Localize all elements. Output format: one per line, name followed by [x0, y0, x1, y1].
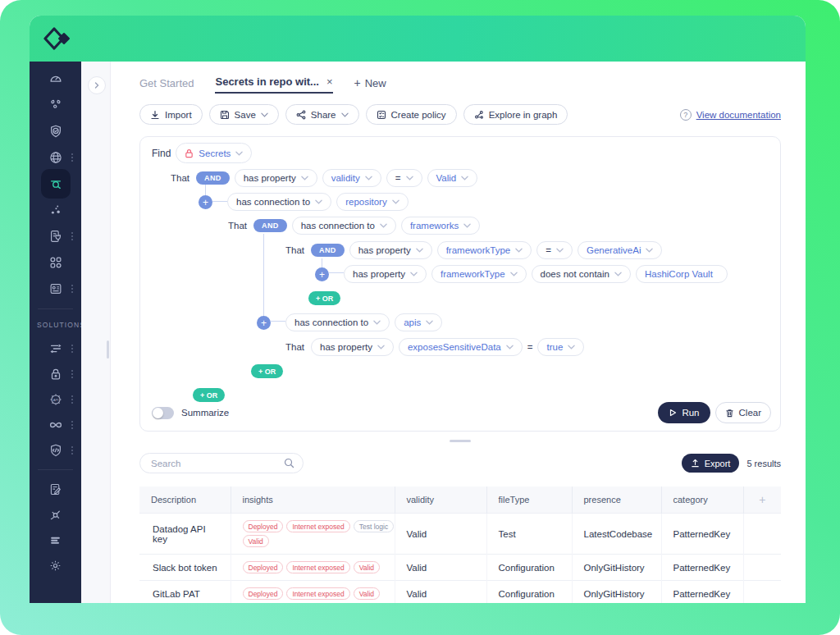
operator-select[interactable]: has connection to [285, 313, 390, 331]
sidebar-item-cicd[interactable] [30, 412, 81, 437]
expand-panel-button[interactable] [88, 76, 106, 94]
query-footer: Summarize Run Clear [152, 402, 771, 423]
value-input[interactable]: HashiCorp Vault [636, 265, 728, 283]
sidebar-item-inventory[interactable] [30, 92, 81, 118]
app-window: SOLUTIONS API [30, 16, 806, 603]
operator-select[interactable]: has property [344, 265, 427, 283]
col-presence[interactable]: presence [572, 487, 661, 514]
add-condition-button[interactable]: + [199, 195, 212, 209]
upload-icon [691, 459, 700, 468]
run-button[interactable]: Run [658, 402, 710, 423]
sidebar-item-risk[interactable] [30, 118, 81, 144]
comparator-select[interactable]: does not contain [532, 265, 631, 283]
cell-insights: Deployed Internet exposed Valid [231, 581, 395, 604]
property-select[interactable]: frameworkType [431, 265, 527, 283]
col-fileType[interactable]: fileType [486, 487, 572, 514]
target-select[interactable]: frameworks [401, 217, 480, 235]
sidebar-item-secrets[interactable] [30, 361, 81, 386]
and-operator-pill[interactable]: AND [311, 244, 345, 257]
search-input[interactable] [139, 453, 304, 473]
sidebar-item-connections[interactable] [30, 197, 81, 223]
table-row[interactable]: GitLab PAT Deployed Internet exposed Val… [139, 581, 781, 604]
main-content: Get Started Secrets in repo wit... × + N… [111, 62, 806, 603]
save-button[interactable]: Save [209, 104, 279, 125]
item-menu-dots[interactable] [71, 153, 73, 162]
operator-select[interactable]: has property [349, 241, 432, 259]
property-select[interactable]: exposesSensitiveData [399, 338, 523, 356]
operator-select[interactable]: has property [235, 169, 317, 187]
tab-active-query[interactable]: Secrets in repo wit... × [215, 72, 332, 94]
value-select[interactable]: Valid [427, 169, 478, 187]
sidebar-item-dashboard[interactable] [30, 66, 81, 92]
close-tab-icon[interactable]: × [326, 75, 333, 88]
clear-button[interactable]: Clear [715, 402, 771, 423]
list-lines-icon [48, 533, 62, 547]
item-menu-dots[interactable] [71, 395, 73, 404]
rail-scrollbar-thumb[interactable] [107, 340, 109, 359]
view-documentation-link[interactable]: ? View documentation [680, 109, 781, 121]
tab-new[interactable]: + New [354, 72, 386, 94]
col-description[interactable]: Description [139, 487, 231, 514]
docs-link-text[interactable]: View documentation [696, 110, 781, 120]
value-select[interactable]: GenerativeAi [578, 241, 662, 259]
property-select[interactable]: frameworkType [437, 241, 532, 259]
sidebar-item-explorer-active[interactable] [30, 171, 81, 197]
sidebar-item-supply-chain[interactable] [30, 336, 81, 361]
sidebar-item-integrations[interactable] [30, 502, 81, 528]
pipeline-icon [48, 341, 63, 356]
share-button[interactable]: Share [285, 104, 359, 125]
operator-select[interactable]: has property [311, 338, 394, 356]
card-icon [48, 281, 63, 296]
add-or-button[interactable]: + OR [308, 291, 340, 305]
property-select[interactable]: validity [322, 169, 381, 187]
table-row[interactable]: Datadog API key Deployed Internet expose… [139, 514, 781, 555]
operator-select[interactable]: has connection to [292, 217, 396, 235]
chevron-down-icon [315, 199, 322, 204]
col-validity[interactable]: validity [395, 487, 486, 514]
comparator-select[interactable]: = [536, 241, 573, 259]
sidebar-item-policies[interactable] [30, 223, 81, 249]
summarize-toggle[interactable] [152, 407, 174, 419]
insight-badge: Internet exposed [286, 520, 349, 532]
entity-select[interactable]: Secrets [176, 143, 252, 163]
add-or-button[interactable]: + OR [251, 364, 283, 378]
sidebar-item-logs[interactable] [30, 528, 81, 553]
import-button[interactable]: Import [139, 104, 203, 125]
item-menu-dots[interactable] [71, 370, 73, 378]
item-menu-dots[interactable] [71, 345, 73, 353]
export-button[interactable]: Export [682, 454, 740, 473]
sidebar-item-api-security[interactable]: API [30, 386, 81, 412]
item-menu-dots[interactable] [71, 421, 73, 429]
item-menu-dots[interactable] [71, 446, 73, 455]
cell-fileType: Configuration [486, 555, 572, 581]
add-condition-button[interactable]: + [315, 267, 329, 281]
sidebar-item-components[interactable] [30, 249, 81, 276]
chevron-down-icon [301, 176, 308, 180]
add-or-button[interactable]: + OR [193, 388, 225, 402]
value-select[interactable]: true [537, 338, 584, 356]
dashboard-icon [48, 71, 63, 86]
tab-get-started[interactable]: Get Started [139, 72, 194, 94]
comparator-select[interactable]: = [386, 169, 422, 187]
operator-select[interactable]: has connection to [227, 193, 331, 211]
sidebar-item-workflows[interactable] [30, 477, 81, 502]
sidebar-item-internet[interactable] [30, 144, 81, 171]
create-policy-button[interactable]: Create policy [366, 104, 457, 125]
and-operator-pill[interactable]: AND [196, 171, 230, 185]
table-row[interactable]: Slack bot token Deployed Internet expose… [139, 555, 781, 581]
explore-in-graph-button[interactable]: Explore in graph [463, 104, 568, 125]
target-select[interactable]: apis [395, 313, 442, 331]
and-operator-pill[interactable]: AND [253, 219, 287, 232]
target-select[interactable]: repository [336, 193, 409, 211]
sidebar-item-appsec[interactable] [30, 437, 81, 463]
item-menu-dots[interactable] [71, 285, 73, 293]
add-column-button[interactable]: + [743, 487, 781, 514]
add-condition-button[interactable]: + [257, 316, 271, 330]
col-insights[interactable]: insights [231, 487, 395, 514]
col-category[interactable]: category [661, 487, 743, 514]
sidebar-item-reports[interactable] [30, 276, 81, 302]
item-menu-dots[interactable] [71, 232, 73, 240]
query-builder-panel: Find Secrets That AND has property valid… [139, 136, 781, 432]
sidebar-item-settings[interactable] [30, 553, 81, 578]
panel-resize-handle[interactable] [450, 440, 471, 442]
